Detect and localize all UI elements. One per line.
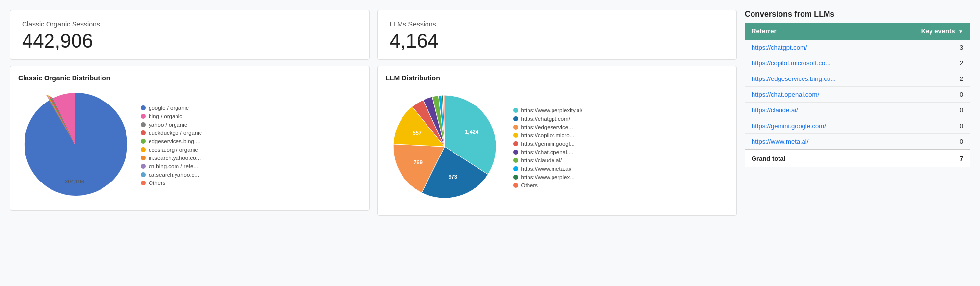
legend-dot bbox=[141, 164, 146, 169]
legend-item: https://www.meta.ai/ bbox=[513, 166, 583, 172]
referrer-cell: https://www.meta.ai/ bbox=[745, 134, 888, 150]
table-row: https://chat.openai.com/ 0 bbox=[745, 87, 970, 103]
table-header-row: Referrer Key events ▼ bbox=[745, 23, 970, 40]
legend-item: bing / organic bbox=[141, 113, 202, 119]
grand-total-value: 7 bbox=[888, 150, 970, 167]
referrer-cell: https://claude.ai/ bbox=[745, 103, 888, 118]
classic-sessions-label: Classic Organic Sessions bbox=[22, 20, 357, 28]
legend-dot bbox=[141, 114, 146, 119]
llm-sessions-value: 4,164 bbox=[390, 30, 725, 52]
conversions-table-footer: Grand total 7 bbox=[745, 150, 970, 167]
legend-item: https://www.perplexity.ai/ bbox=[513, 107, 583, 113]
legend-label: cn.bing.com / refe... bbox=[149, 163, 198, 169]
legend-item: https://claude.ai/ bbox=[513, 157, 583, 163]
legend-item: in.search.yahoo.co... bbox=[141, 155, 202, 161]
key-events-cell: 0 bbox=[888, 103, 970, 118]
classic-distribution-section: Classic Organic Distribution bbox=[10, 66, 370, 211]
legend-item: https://copilot.micro... bbox=[513, 132, 583, 138]
legend-label: https://www.perplexity.ai/ bbox=[521, 107, 583, 113]
legend-dot bbox=[513, 150, 518, 155]
legend-item: ecosia.org / organic bbox=[141, 147, 202, 153]
referrer-header[interactable]: Referrer bbox=[745, 23, 888, 40]
legend-dot bbox=[513, 166, 518, 171]
legend-label: bing / organic bbox=[149, 113, 182, 119]
grand-total-label: Grand total bbox=[745, 150, 888, 167]
llm-distribution-section: LLM Distribution 1,424973769557 https://… bbox=[377, 66, 737, 216]
legend-item: https://gemini.googl... bbox=[513, 141, 583, 147]
table-row: https://claude.ai/ 0 bbox=[745, 103, 970, 118]
referrer-cell: https://gemini.google.com/ bbox=[745, 118, 888, 134]
legend-label: Others bbox=[149, 180, 166, 186]
legend-dot bbox=[141, 130, 146, 135]
llm-sessions-label: LLMs Sessions bbox=[390, 20, 725, 28]
referrer-cell: https://copilot.microsoft.co... bbox=[745, 55, 888, 71]
classic-sessions-card: Classic Organic Sessions 442,906 bbox=[10, 10, 370, 60]
legend-dot bbox=[513, 183, 518, 188]
svg-text:394,196: 394,196 bbox=[65, 179, 84, 184]
legend-label: edgeservices.bing.... bbox=[149, 138, 200, 144]
legend-dot bbox=[513, 141, 518, 146]
legend-dot bbox=[141, 172, 146, 177]
key-events-cell: 2 bbox=[888, 71, 970, 87]
legend-dot bbox=[141, 181, 146, 185]
legend-dot bbox=[513, 108, 518, 113]
legend-item: Others bbox=[513, 182, 583, 188]
legend-item: duckduckgo / organic bbox=[141, 130, 202, 136]
legend-item: ca.search.yahoo.c... bbox=[141, 172, 202, 178]
legend-label: https://www.perplex... bbox=[521, 174, 575, 180]
llm-pie-chart: 1,424973769557 bbox=[386, 88, 503, 206]
referrer-cell: https://chat.openai.com/ bbox=[745, 87, 888, 103]
llm-sessions-card: LLMs Sessions 4,164 bbox=[377, 10, 737, 60]
referrer-cell: https://chatgpt.com/ bbox=[745, 40, 888, 55]
legend-item: cn.bing.com / refe... bbox=[141, 163, 202, 169]
sort-icon: ▼ bbox=[958, 29, 963, 34]
legend-label: yahoo / organic bbox=[149, 122, 187, 128]
llm-legend: https://www.perplexity.ai/https://chatgp… bbox=[513, 107, 583, 188]
legend-item: yahoo / organic bbox=[141, 122, 202, 128]
dashboard: Classic Organic Sessions 442,906 Classic… bbox=[10, 10, 970, 216]
svg-text:557: 557 bbox=[412, 130, 421, 136]
legend-dot bbox=[513, 158, 518, 163]
left-column: Classic Organic Sessions 442,906 Classic… bbox=[10, 10, 370, 211]
legend-dot bbox=[141, 105, 146, 110]
table-row: https://copilot.microsoft.co... 2 bbox=[745, 55, 970, 71]
legend-label: Others bbox=[521, 182, 538, 188]
legend-label: https://www.meta.ai/ bbox=[521, 166, 572, 172]
legend-label: https://edgeservice... bbox=[521, 124, 573, 130]
right-column: Conversions from LLMs Referrer Key event… bbox=[745, 10, 970, 167]
svg-text:1,424: 1,424 bbox=[465, 129, 478, 135]
legend-label: duckduckgo / organic bbox=[149, 130, 202, 136]
legend-label: https://copilot.micro... bbox=[521, 132, 575, 138]
legend-item: https://www.perplex... bbox=[513, 174, 583, 180]
legend-label: ecosia.org / organic bbox=[149, 147, 198, 153]
table-row: https://www.meta.ai/ 0 bbox=[745, 134, 970, 150]
middle-column: LLMs Sessions 4,164 LLM Distribution 1,4… bbox=[377, 10, 737, 216]
key-events-cell: 0 bbox=[888, 134, 970, 150]
legend-dot bbox=[141, 156, 146, 160]
legend-item: edgeservices.bing.... bbox=[141, 138, 202, 144]
llm-pie-wrapper: 1,424973769557 bbox=[386, 88, 503, 208]
legend-label: in.search.yahoo.co... bbox=[149, 155, 201, 161]
classic-sessions-value: 442,906 bbox=[22, 30, 357, 52]
key-events-header[interactable]: Key events ▼ bbox=[888, 23, 970, 40]
conversions-table: Referrer Key events ▼ https://chatgpt.co… bbox=[745, 23, 970, 167]
legend-dot bbox=[513, 116, 518, 121]
legend-label: ca.search.yahoo.c... bbox=[149, 172, 199, 178]
svg-text:769: 769 bbox=[413, 159, 422, 165]
classic-pie-wrapper: 394,196 bbox=[18, 88, 131, 203]
legend-dot bbox=[141, 122, 146, 127]
key-events-cell: 3 bbox=[888, 40, 970, 55]
legend-label: https://claude.ai/ bbox=[521, 157, 562, 163]
legend-dot bbox=[141, 139, 146, 144]
conversions-title: Conversions from LLMs bbox=[745, 10, 970, 19]
table-row: https://edgeservices.bing.co... 2 bbox=[745, 71, 970, 87]
key-events-cell: 0 bbox=[888, 118, 970, 134]
legend-item: https://chat.openai.... bbox=[513, 149, 583, 155]
legend-item: https://chatgpt.com/ bbox=[513, 116, 583, 122]
legend-label: https://chat.openai.... bbox=[521, 149, 574, 155]
legend-dot bbox=[513, 133, 518, 138]
legend-label: https://chatgpt.com/ bbox=[521, 116, 570, 122]
key-events-cell: 2 bbox=[888, 55, 970, 71]
legend-dot bbox=[141, 147, 146, 152]
classic-chart-container: 394,196 google / organicbing / organicya… bbox=[18, 88, 361, 203]
